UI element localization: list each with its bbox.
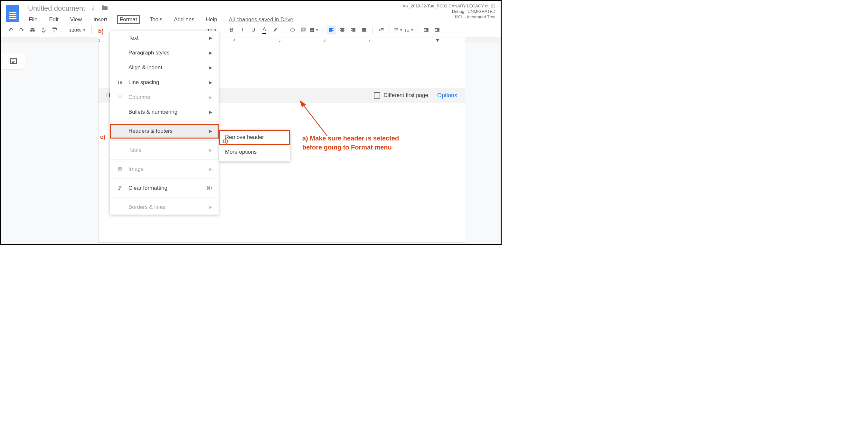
ruler-number: 4 — [234, 38, 235, 42]
format-line-spacing[interactable]: Line spacing▶ — [110, 75, 219, 90]
format-table-label: Table — [125, 147, 209, 153]
svg-line-4 — [300, 101, 328, 136]
format-columns: Columns▶ — [110, 90, 219, 105]
underline-button[interactable]: U — [249, 25, 258, 34]
clear-formatting-icon — [116, 185, 125, 191]
format-table: Table▶ — [110, 143, 219, 158]
columns-icon — [116, 94, 125, 100]
insert-link-button[interactable] — [288, 25, 297, 34]
format-columns-label: Columns — [125, 94, 209, 101]
spellcheck-button[interactable] — [39, 25, 48, 34]
header-options-link[interactable]: Options — [437, 92, 457, 99]
checkbox-icon — [374, 92, 380, 98]
toolbar: ↶ ↷ 100% ▼ 11 ▼ B I U A ▼ — [1, 23, 501, 37]
chevron-right-icon: ▶ — [209, 65, 212, 70]
docs-logo-icon[interactable] — [6, 5, 19, 22]
format-paragraph-styles[interactable]: Paragraph styles▶ — [110, 46, 219, 60]
more-options-item[interactable]: More options — [219, 145, 290, 160]
format-bullets-label: Bullets & numbering — [125, 109, 209, 115]
remove-header-item[interactable]: Remove header — [219, 130, 290, 145]
format-headers-footers[interactable]: Headers & footers▶ — [110, 124, 219, 139]
numbered-list-button[interactable]: ▼ — [394, 25, 403, 34]
format-bullets-numbering[interactable]: Bullets & numbering▶ — [110, 105, 219, 119]
menu-tools[interactable]: Tools — [148, 15, 164, 24]
menu-insert[interactable]: Insert — [91, 15, 109, 24]
menu-addons[interactable]: Add-ons — [172, 15, 196, 24]
image-icon — [116, 166, 125, 172]
debug-line-2: Debug | UNMIGRATED — [403, 9, 495, 15]
format-line-spacing-label: Line spacing — [125, 79, 209, 86]
remove-header-label: Remove header — [225, 134, 264, 140]
ruler-number: 7 — [369, 38, 371, 42]
menu-edit[interactable]: Edit — [47, 15, 60, 24]
line-spacing-icon — [116, 80, 125, 85]
align-right-button[interactable] — [349, 25, 358, 34]
chevron-right-icon: ▶ — [209, 110, 212, 114]
chevron-down-icon: ▼ — [400, 28, 403, 32]
align-justify-button[interactable] — [360, 25, 369, 34]
paint-format-button[interactable] — [50, 25, 59, 34]
chevron-right-icon: ▶ — [209, 36, 212, 40]
chevron-right-icon: ▶ — [209, 205, 212, 209]
redo-button[interactable]: ↷ — [17, 25, 26, 34]
chevron-down-icon: ▼ — [83, 28, 86, 32]
text-color-button[interactable]: A — [260, 25, 269, 34]
format-text-label: Text — [125, 35, 209, 41]
headers-footers-submenu: Remove header More options — [219, 130, 290, 162]
line-spacing-button[interactable] — [377, 25, 386, 34]
bulleted-list-button[interactable]: ▼ — [405, 25, 414, 34]
different-first-page-toggle[interactable]: Different first page — [374, 92, 428, 98]
clear-formatting-shortcut: ⌘\ — [206, 185, 212, 191]
format-text[interactable]: Text▶ — [110, 31, 219, 46]
move-folder-icon[interactable] — [101, 5, 108, 12]
undo-button[interactable]: ↶ — [6, 25, 15, 34]
format-borders-label: Borders & lines — [125, 204, 209, 210]
menu-file[interactable]: File — [27, 15, 39, 24]
annotation-arrow — [295, 97, 334, 140]
debug-line-3: J2CL - Integrated Tree — [403, 15, 495, 20]
highlight-button[interactable] — [271, 25, 280, 34]
menu-format[interactable]: Format — [117, 15, 140, 24]
align-left-button[interactable] — [327, 25, 336, 34]
format-headers-footers-label: Headers & footers — [125, 128, 209, 134]
debug-info: kix_2019.32-Tue_RC02 CANARY LEGACY ot_22… — [403, 4, 495, 20]
save-status[interactable]: All changes saved in Drive — [229, 17, 293, 23]
document-title[interactable]: Untitled document — [27, 4, 86, 13]
chevron-right-icon: ▶ — [209, 129, 212, 133]
more-options-label: More options — [225, 149, 257, 155]
chevron-right-icon: ▶ — [209, 80, 212, 85]
format-image: Image▶ — [110, 162, 219, 176]
star-icon[interactable]: ☆ — [91, 4, 97, 12]
chevron-right-icon: ▶ — [209, 51, 212, 55]
increase-indent-button[interactable] — [433, 25, 442, 34]
add-comment-button[interactable] — [299, 25, 308, 34]
zoom-value: 100% — [69, 27, 81, 33]
bold-button[interactable]: B — [227, 25, 236, 34]
different-first-page-label: Different first page — [383, 92, 428, 98]
annotation-c: c) — [100, 134, 105, 140]
annotation-a: a) Make sure header is selected before g… — [302, 134, 399, 152]
format-align-indent[interactable]: Align & indent▶ — [110, 60, 219, 75]
chevron-right-icon: ▶ — [209, 167, 212, 171]
annotation-b: b) — [98, 28, 104, 35]
outline-toggle[interactable] — [1, 53, 26, 69]
print-button[interactable] — [28, 25, 37, 34]
zoom-select[interactable]: 100% ▼ — [67, 27, 88, 33]
chevron-down-icon: ▼ — [315, 28, 319, 32]
italic-button[interactable]: I — [238, 25, 247, 34]
chevron-right-icon: ▶ — [209, 148, 212, 152]
chevron-right-icon: ▶ — [209, 95, 212, 100]
format-clear-formatting[interactable]: Clear formatting⌘\ — [110, 181, 219, 196]
format-paragraph-styles-label: Paragraph styles — [125, 50, 209, 56]
align-center-button[interactable] — [338, 25, 347, 34]
menu-view[interactable]: View — [68, 15, 84, 24]
annotation-d: d) — [222, 138, 228, 144]
debug-line-1: kix_2019.32-Tue_RC02 CANARY LEGACY ot_22 — [403, 4, 495, 9]
format-align-indent-label: Align & indent — [125, 64, 209, 71]
ruler-indent-marker[interactable] — [436, 39, 439, 42]
ruler-number: 5 — [278, 38, 280, 42]
menu-help[interactable]: Help — [204, 15, 219, 24]
insert-image-button[interactable]: ▼ — [310, 25, 319, 34]
ruler-number: 6 — [323, 38, 326, 42]
decrease-indent-button[interactable] — [422, 25, 431, 34]
